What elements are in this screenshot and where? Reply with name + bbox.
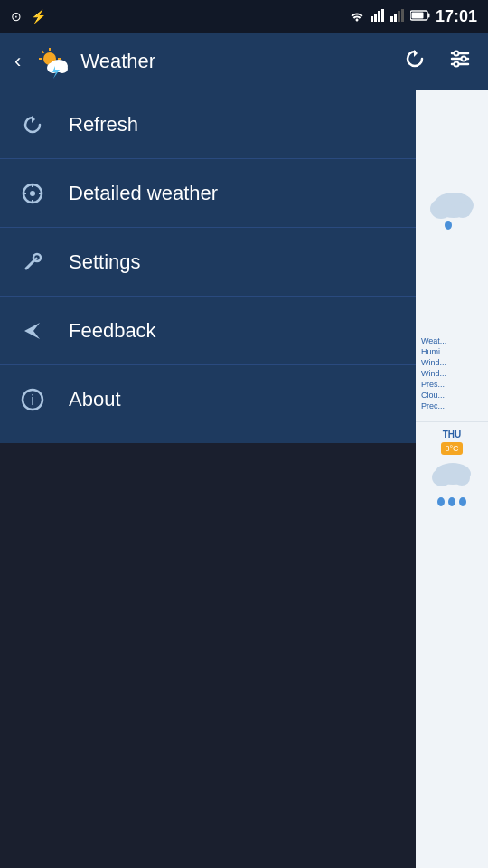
detailed-weather-menu-icon (14, 175, 51, 212)
weather-detail-4: Wind... (421, 369, 483, 378)
status-time: 17:01 (436, 7, 477, 26)
menu-item-refresh[interactable]: Refresh (0, 90, 416, 159)
svg-point-44 (454, 202, 472, 218)
svg-rect-10 (411, 13, 423, 19)
refresh-menu-icon (14, 107, 51, 143)
weather-icon-area (416, 90, 488, 326)
drawer-container: Refresh Detailed weather (0, 90, 416, 868)
svg-rect-2 (378, 11, 380, 22)
thu-temp-badge: 8°C (441, 442, 462, 455)
svg-rect-7 (401, 9, 404, 22)
menu-item-detailed-weather[interactable]: Detailed weather (0, 159, 416, 228)
app-title: Weather (80, 50, 394, 73)
toolbar-actions (394, 40, 481, 82)
svg-point-31 (30, 191, 35, 196)
svg-point-51 (459, 497, 466, 506)
svg-rect-0 (371, 16, 373, 22)
wifi-icon (349, 9, 365, 24)
signal-icon (371, 9, 385, 24)
weather-detail-5: Pres... (421, 380, 483, 389)
svg-marker-29 (32, 116, 35, 123)
weather-detail-1: Weat... (421, 336, 483, 345)
svg-point-26 (455, 52, 459, 56)
battery-icon (410, 9, 430, 24)
svg-point-43 (430, 199, 452, 219)
status-icons-right: 17:01 (349, 7, 477, 26)
weather-detail-3: Wind... (421, 358, 483, 367)
navigation-drawer: Refresh Detailed weather (0, 90, 416, 443)
menu-label-feedback: Feedback (69, 319, 156, 343)
signal2-icon (390, 9, 405, 24)
svg-rect-9 (427, 14, 429, 18)
thu-day-label: THU (443, 429, 462, 439)
weather-detail-6: Clou... (421, 391, 483, 400)
settings-menu-icon (14, 244, 51, 280)
feedback-menu-icon (14, 313, 51, 349)
svg-text:i: i (31, 392, 34, 408)
weather-detail-7: Prec... (421, 401, 483, 410)
svg-point-45 (445, 221, 452, 230)
svg-rect-1 (374, 14, 377, 22)
menu-label-about: About (69, 388, 121, 411)
thu-forecast: THU 8°C (416, 422, 488, 515)
svg-rect-5 (394, 14, 397, 22)
back-button[interactable]: ‹ (7, 42, 28, 80)
svg-rect-4 (390, 16, 393, 22)
svg-rect-3 (381, 9, 384, 22)
menu-label-refresh: Refresh (69, 113, 138, 137)
app-icon (35, 42, 73, 80)
drawer-bottom-area (0, 443, 416, 868)
cloud-rain-display (425, 185, 479, 231)
svg-point-20 (57, 64, 68, 73)
main-content: Refresh Detailed weather (0, 90, 488, 868)
thu-rain-drops (434, 495, 470, 508)
svg-line-38 (35, 258, 37, 259)
svg-point-47 (432, 468, 452, 486)
status-bar: ⊙ ⚡ (0, 0, 488, 33)
filter-button[interactable] (439, 40, 481, 82)
menu-item-settings[interactable]: Settings (0, 228, 416, 297)
menu-item-about[interactable]: i About (0, 365, 416, 434)
menu-item-feedback[interactable]: Feedback (0, 297, 416, 365)
svg-marker-39 (24, 323, 40, 339)
svg-point-50 (448, 497, 455, 506)
svg-point-27 (462, 57, 466, 61)
weather-detail-2: Humi... (421, 347, 483, 356)
android-icon: ⊙ (11, 9, 22, 24)
usb-icon: ⚡ (31, 9, 46, 24)
menu-label-detailed-weather: Detailed weather (69, 182, 218, 205)
status-icons-left: ⊙ ⚡ (11, 9, 46, 24)
svg-rect-6 (398, 11, 400, 22)
svg-point-28 (455, 62, 459, 67)
menu-label-settings: Settings (69, 250, 141, 274)
toolbar: ‹ Weather (0, 33, 488, 90)
thu-cloud-icon (427, 458, 477, 508)
right-panel: Weat... Humi... Wind... Wind... Pres... … (416, 90, 488, 868)
svg-point-49 (437, 497, 445, 506)
refresh-button[interactable] (394, 40, 436, 82)
svg-marker-22 (414, 50, 418, 57)
svg-line-16 (42, 51, 44, 52)
weather-details-area: Weat... Humi... Wind... Wind... Pres... … (416, 326, 488, 422)
svg-point-48 (454, 471, 470, 486)
about-menu-icon: i (14, 382, 51, 418)
